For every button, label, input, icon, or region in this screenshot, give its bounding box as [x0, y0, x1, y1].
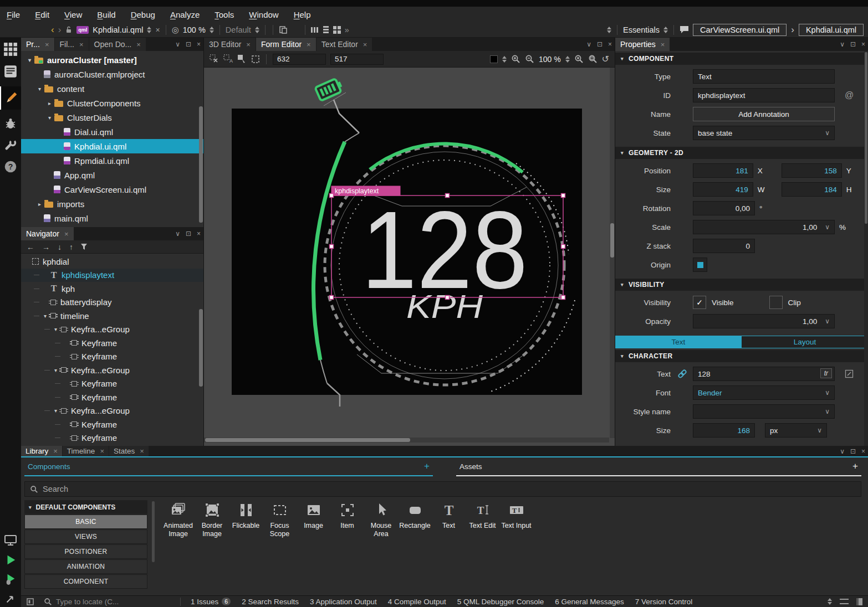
z-stack-field[interactable]: 0: [693, 239, 755, 253]
run-button[interactable]: [4, 554, 17, 566]
design-mode-active[interactable]: [0, 86, 21, 110]
debug-run-button[interactable]: [4, 573, 17, 585]
tree-item-clusterdials[interactable]: ▾ClusterDials: [21, 110, 203, 125]
zoom-level[interactable]: 100 %: [183, 25, 206, 34]
debug-mode-icon[interactable]: [4, 117, 17, 131]
annotation-icon[interactable]: [279, 25, 288, 34]
move-left-icon[interactable]: ←: [27, 243, 34, 251]
panel-float-icon[interactable]: ⊡: [183, 227, 194, 240]
tree-item-dial-ui-qml[interactable]: Dial.ui.qml: [21, 125, 203, 139]
add-import-button[interactable]: +: [424, 461, 430, 472]
visible-checkbox[interactable]: ✓: [693, 296, 706, 309]
tree-item-kph[interactable]: Tkph: [21, 282, 203, 296]
tree-item-keyfra-egroup[interactable]: ▾Keyfra...eGroup: [21, 404, 203, 418]
category-component[interactable]: COMPONENT: [24, 574, 147, 589]
form-editor-canvas[interactable]: 128 KPH kphdisplaytext: [204, 68, 615, 446]
width-field[interactable]: 419: [693, 182, 753, 197]
component-text-edit[interactable]: TText Edit: [466, 502, 499, 530]
list-view-icon[interactable]: [323, 26, 329, 34]
edit-text-icon[interactable]: [845, 369, 854, 378]
close-icon[interactable]: ×: [307, 40, 311, 49]
tree-item-keyfra-egroup[interactable]: ▾Keyfra...eGroup: [21, 363, 203, 377]
projects-scrollbar[interactable]: [199, 106, 203, 223]
tree-item-keyframe[interactable]: Keyframe: [21, 336, 203, 350]
prompt-icon[interactable]: [27, 598, 34, 605]
components-section-header[interactable]: Components +: [24, 457, 433, 476]
expander-icon[interactable]: ▾: [52, 326, 60, 332]
output-pane-7-version-control[interactable]: 7 Version Control: [635, 598, 693, 606]
tab-3d-editor[interactable]: 3D Editor×: [204, 38, 256, 51]
panel-close-icon[interactable]: ×: [859, 446, 868, 456]
panel-float-icon[interactable]: ⊡: [183, 38, 194, 51]
height-field[interactable]: 184: [782, 182, 842, 197]
menu-debug[interactable]: Debug: [131, 10, 155, 19]
tree-item-main-qml[interactable]: main.qml: [21, 211, 203, 225]
menu-build[interactable]: Build: [97, 10, 115, 19]
menu-tools[interactable]: Tools: [215, 10, 234, 19]
build-button[interactable]: [4, 593, 17, 605]
component-rectangle[interactable]: Rectangle: [398, 502, 432, 530]
kit-selector-icon[interactable]: [3, 533, 18, 547]
zoom-stepper[interactable]: [210, 27, 214, 33]
component-item[interactable]: Item: [330, 502, 364, 530]
text-value-field[interactable]: 128 tr: [693, 367, 835, 381]
back-icon[interactable]: ‹: [51, 25, 54, 34]
tree-item-auroracluster-master-[interactable]: ▾auroraCluster [master]: [21, 53, 203, 67]
output-pane-stepper[interactable]: [828, 598, 832, 605]
panel-close-icon[interactable]: ×: [859, 38, 868, 51]
panel-float-icon[interactable]: ⊡: [847, 446, 859, 456]
tree-item-keyframe[interactable]: Keyframe: [21, 390, 203, 404]
tree-item-imports[interactable]: ▸imports: [21, 197, 203, 211]
menu-analyze[interactable]: Analyze: [170, 10, 200, 19]
component-text[interactable]: TText: [432, 502, 466, 530]
navigator-scrollbar[interactable]: [199, 309, 203, 387]
panel-menu-icon[interactable]: ∨: [584, 38, 594, 51]
tree-item-app-qml[interactable]: App.qml: [21, 168, 203, 182]
tree-item-keyframe[interactable]: Keyframe: [21, 377, 203, 391]
component-focus-scope[interactable]: Focus Scope: [263, 502, 297, 538]
open-document-name[interactable]: Kphdial.ui.qml: [93, 25, 143, 34]
output-pane-3-application-output[interactable]: 3 Application Output: [310, 598, 377, 606]
clip-checkbox[interactable]: [769, 296, 783, 309]
translate-badge[interactable]: tr: [820, 368, 832, 378]
expander-icon[interactable]: ▸: [35, 201, 44, 207]
add-annotation-button[interactable]: Add Annotation: [693, 107, 835, 121]
forward-icon[interactable]: ›: [58, 25, 62, 34]
move-up-icon[interactable]: ↑: [69, 243, 73, 251]
binding-icon[interactable]: [677, 369, 687, 378]
x-position-field[interactable]: 181: [693, 163, 753, 178]
canvas-hscrollbar[interactable]: [204, 438, 609, 443]
tab-library[interactable]: Library×: [21, 446, 62, 456]
close-icon[interactable]: ×: [363, 40, 367, 49]
tab-form-editor[interactable]: Form Editor×: [256, 38, 316, 51]
category-basic[interactable]: BASIC: [24, 515, 147, 529]
close-icon[interactable]: ×: [64, 230, 69, 238]
expander-icon[interactable]: ▾: [35, 86, 44, 92]
tab-text-editor[interactable]: Text Editor×: [316, 38, 372, 51]
component-animated-image[interactable]: Animated Image: [161, 502, 195, 538]
reset-view-icon[interactable]: ↺: [602, 54, 609, 64]
style-name-select[interactable]: ∨: [693, 404, 835, 419]
breadcrumb-current[interactable]: Kphdial.ui.qml: [799, 24, 864, 36]
tree-item-keyfra-egroup[interactable]: ▾Keyfra...eGroup: [21, 323, 203, 337]
font-select[interactable]: Bender∨: [693, 385, 835, 400]
feedback-icon[interactable]: [680, 25, 689, 34]
output-pane-2-search-results[interactable]: 2 Search Results: [242, 598, 299, 606]
edit-mode-icon[interactable]: [3, 64, 18, 79]
tab-text-properties[interactable]: Text: [615, 336, 742, 348]
menu-window[interactable]: Window: [249, 10, 278, 19]
section-character[interactable]: ▾CHARACTER: [615, 350, 868, 362]
y-position-field[interactable]: 158: [782, 163, 842, 178]
tree-item-timeline[interactable]: ▾timeline: [21, 309, 203, 323]
menu-file[interactable]: File: [7, 10, 20, 19]
section-component[interactable]: ▾COMPONENT: [615, 53, 868, 65]
columns-view-icon[interactable]: [311, 27, 319, 33]
tree-item-auroracluster-qmlproject[interactable]: auroraCluster.qmlproject: [21, 67, 203, 81]
canvas-vscrollbar[interactable]: [610, 68, 615, 438]
tree-item-keyframe[interactable]: Keyframe: [21, 431, 203, 445]
assets-section-header[interactable]: Assets +: [456, 457, 861, 476]
output-pane-4-compile-output[interactable]: 4 Compile Output: [388, 598, 446, 606]
tree-item-keyframe[interactable]: Keyframe: [21, 418, 203, 431]
canvas-zoom-stepper[interactable]: [565, 56, 570, 63]
zoom-fit-icon[interactable]: [588, 54, 598, 64]
